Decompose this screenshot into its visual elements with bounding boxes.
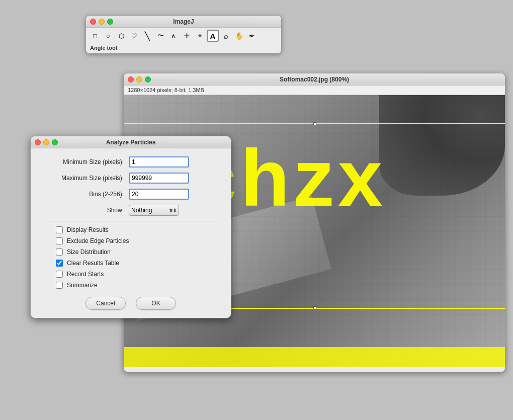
maximum-size-input[interactable] — [129, 173, 189, 184]
line-tool[interactable]: ╲ — [141, 30, 153, 42]
record-starts-row: Record Starts — [41, 271, 221, 278]
display-results-checkbox[interactable] — [56, 226, 63, 233]
display-results-label: Display Results — [67, 226, 109, 233]
clear-results-checkbox[interactable] — [56, 260, 63, 267]
exclude-edge-checkbox[interactable] — [56, 237, 63, 244]
dialog-buttons: Cancel OK — [31, 297, 231, 310]
dialog-min-button[interactable] — [43, 139, 49, 145]
show-label: Show: — [41, 207, 129, 214]
color-picker-tool[interactable]: ✒ — [246, 30, 258, 42]
imagej-titlebar: ImageJ — [86, 16, 281, 28]
toolbar-status: Angle tool — [86, 44, 281, 53]
image-minimize-button[interactable] — [136, 76, 142, 82]
oval-tool[interactable]: ○ — [102, 30, 114, 42]
polygon-tool[interactable]: ⬡ — [115, 30, 127, 42]
dialog-body: Minimum Size (pixels): Maximum Size (pix… — [31, 148, 231, 289]
maximum-size-label: Maximum Size (pixels): — [41, 175, 129, 182]
image-maximize-button[interactable] — [145, 76, 151, 82]
maximize-button[interactable] — [107, 19, 113, 25]
dialog-close-button[interactable] — [35, 139, 41, 145]
analyze-particles-dialog: Analyze Particles Minimum Size (pixels):… — [30, 136, 231, 318]
yellow-bottom-bar — [124, 347, 505, 367]
image-traffic-lights — [128, 76, 151, 82]
divider — [41, 221, 221, 221]
record-starts-label: Record Starts — [67, 271, 104, 278]
image-close-button[interactable] — [128, 76, 134, 82]
size-distribution-checkbox[interactable] — [56, 248, 63, 256]
minimize-button[interactable] — [99, 19, 105, 25]
imagej-title: ImageJ — [173, 18, 194, 25]
freehand-line-tool[interactable]: 〜 — [154, 30, 166, 42]
dialog-titlebar: Analyze Particles — [31, 136, 231, 148]
magnify-tool[interactable]: ⌕ — [220, 30, 232, 42]
minimum-size-label: Minimum Size (pixels): — [41, 158, 129, 165]
text-tool[interactable]: A — [207, 30, 219, 42]
cancel-button[interactable]: Cancel — [86, 297, 126, 310]
close-button[interactable] — [90, 19, 96, 25]
record-starts-checkbox[interactable] — [56, 271, 63, 278]
image-titlebar: Softomac002.jpg (800%) — [124, 73, 505, 86]
point-tool[interactable]: ✛ — [181, 30, 193, 42]
minimum-size-row: Minimum Size (pixels): — [41, 156, 221, 167]
scroll-tool[interactable]: ✋ — [233, 30, 245, 42]
bins-row: Bins (2-256): — [41, 189, 221, 200]
imagej-toolbar-window: ImageJ □ ○ ⬡ ♡ ╲ 〜 ∧ ✛ ⌖ A ⌕ ✋ ✒ Angle t… — [86, 15, 282, 54]
display-results-row: Display Results — [41, 226, 221, 233]
exclude-edge-row: Exclude Edge Particles — [41, 237, 221, 244]
clear-results-row: Clear Results Table — [41, 260, 221, 267]
summarize-checkbox[interactable] — [56, 282, 63, 289]
summarize-row: Summarize — [41, 282, 221, 289]
rectangle-tool[interactable]: □ — [89, 30, 101, 42]
bins-input[interactable] — [129, 189, 189, 200]
show-row: Show: Nothing Outlines Masks Ellipses Co… — [41, 205, 221, 216]
dialog-title: Analyze Particles — [106, 139, 156, 146]
angle-tool[interactable]: ∧ — [167, 30, 180, 42]
size-distribution-label: Size Distribution — [67, 248, 111, 256]
minimum-size-input[interactable] — [129, 156, 189, 167]
summarize-label: Summarize — [67, 282, 98, 289]
image-title: Softomac002.jpg (800%) — [280, 76, 349, 83]
freehand-tool[interactable]: ♡ — [128, 30, 140, 42]
dialog-max-button[interactable] — [52, 139, 58, 145]
wand-tool[interactable]: ⌖ — [194, 30, 206, 42]
toolbar-tools: □ ○ ⬡ ♡ ╲ 〜 ∧ ✛ ⌖ A ⌕ ✋ ✒ — [86, 28, 281, 44]
clear-results-label: Clear Results Table — [67, 260, 119, 267]
exclude-edge-label: Exclude Edge Particles — [67, 237, 129, 244]
show-select[interactable]: Nothing Outlines Masks Ellipses Count Ma… — [129, 205, 179, 216]
dialog-traffic-lights — [35, 139, 58, 145]
show-select-wrap: Nothing Outlines Masks Ellipses Count Ma… — [129, 205, 179, 216]
image-info: 1280×1024 pixels; 8-bit; 1.3MB — [124, 86, 505, 95]
traffic-lights — [90, 19, 113, 25]
size-dist-row: Size Distribution — [41, 248, 221, 256]
ok-button[interactable]: OK — [136, 297, 176, 310]
bins-label: Bins (2-256): — [41, 191, 129, 198]
maximum-size-row: Maximum Size (pixels): — [41, 173, 221, 184]
